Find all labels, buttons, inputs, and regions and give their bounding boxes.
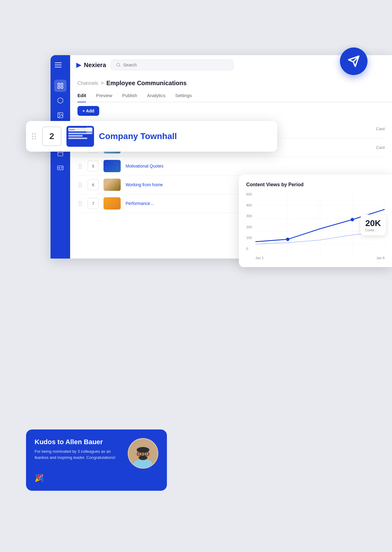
svg-point-28 <box>286 238 289 241</box>
search-bar[interactable] <box>111 60 233 70</box>
featured-drag-handle[interactable] <box>32 133 36 139</box>
kudos-avatar <box>128 438 158 469</box>
tab-edit[interactable]: Edit <box>77 89 86 102</box>
table-row: 5 Motivational Quotes <box>77 157 385 176</box>
x-label: Jan 8 <box>376 256 385 260</box>
svg-rect-4 <box>58 83 60 85</box>
featured-card: 2 Nexiera ✓ item1 ✓ item2 ✓ item3 Compan… <box>26 121 277 152</box>
tabs: Edit Preview Publish Analytics Settings <box>70 89 392 102</box>
row-thumbnail <box>104 160 121 172</box>
svg-point-42 <box>146 453 147 455</box>
sidebar-top <box>51 55 70 75</box>
x-label: Jan 1 <box>255 256 264 260</box>
tab-publish[interactable]: Publish <box>122 89 137 102</box>
analytics-chart-title: Content Views by Period <box>246 182 385 187</box>
logo-area: ▶ Nexiera <box>76 61 106 69</box>
send-fab-button[interactable] <box>340 47 368 75</box>
row-number: 6 <box>88 179 99 190</box>
svg-rect-5 <box>61 83 63 85</box>
svg-rect-14 <box>58 166 63 170</box>
drag-handle[interactable] <box>77 200 83 207</box>
search-input[interactable] <box>123 62 228 67</box>
y-label: 100 <box>246 236 252 240</box>
stat-badge: 20K Conte... <box>360 215 386 236</box>
sidebar-item-box[interactable] <box>54 94 66 107</box>
stat-label: Conte... <box>365 228 381 232</box>
tab-settings[interactable]: Settings <box>175 89 192 102</box>
breadcrumb-separator: > <box>101 80 104 86</box>
add-button[interactable]: + Add <box>77 106 99 116</box>
row-title[interactable]: Motivational Quotes <box>126 164 385 168</box>
hamburger-menu[interactable] <box>55 59 66 70</box>
analytics-card: Content Views by Period 500 400 300 200 … <box>239 175 392 267</box>
chart-x-labels: Jan 1 Jan 8 <box>255 256 385 260</box>
row-number: 7 <box>88 198 99 209</box>
kudos-content: Kudos to Allen Bauer For being nominated… <box>35 438 158 469</box>
svg-point-9 <box>59 114 60 115</box>
svg-rect-7 <box>61 86 63 88</box>
logo-icon: ▶ <box>76 61 81 69</box>
y-label: 300 <box>246 214 252 218</box>
person-illustration <box>129 439 157 468</box>
y-label: 200 <box>246 225 252 229</box>
sidebar-item-grid[interactable] <box>54 80 66 92</box>
chart-y-labels: 500 400 300 200 100 0 <box>246 192 252 251</box>
breadcrumb-current: Employee Communications <box>106 80 187 87</box>
featured-item-title: Company Townhall <box>99 131 177 141</box>
row-type: Card <box>376 145 385 150</box>
svg-rect-10 <box>58 151 63 156</box>
row-thumbnail <box>104 179 121 191</box>
drag-handle[interactable] <box>77 163 83 170</box>
kudos-text: Kudos to Allen Bauer For being nominated… <box>35 438 122 460</box>
breadcrumb: Channels > Employee Communications <box>70 75 392 87</box>
stat-number: 20K <box>365 218 381 228</box>
featured-item-number: 2 <box>42 127 62 146</box>
svg-rect-6 <box>58 86 60 88</box>
drag-handle[interactable] <box>77 181 83 188</box>
sidebar-item-image[interactable] <box>54 109 66 121</box>
row-thumbnail <box>104 197 121 210</box>
search-icon <box>116 62 121 67</box>
y-label: 400 <box>246 203 252 207</box>
logo-text: Nexiera <box>84 62 106 69</box>
kudos-description: For being nominated by 3 colleagues as a… <box>35 448 122 460</box>
svg-point-41 <box>139 453 140 455</box>
svg-point-34 <box>137 447 149 453</box>
y-label: 0 <box>246 247 252 251</box>
tab-analytics[interactable]: Analytics <box>147 89 165 102</box>
sidebar <box>51 75 70 259</box>
svg-point-29 <box>351 218 354 221</box>
svg-line-3 <box>119 66 120 67</box>
breadcrumb-channel: Channels <box>77 81 98 86</box>
kudos-celebration-icon: 🎉 <box>35 474 158 482</box>
sidebar-item-id[interactable] <box>54 162 66 174</box>
kudos-card: Kudos to Allen Bauer For being nominated… <box>26 429 167 491</box>
y-label: 500 <box>246 192 252 196</box>
featured-thumbnail: Nexiera ✓ item1 ✓ item2 ✓ item3 <box>66 126 94 147</box>
page-wrapper: ▶ Nexiera <box>0 0 392 552</box>
row-type: Card <box>376 127 385 131</box>
row-number: 5 <box>88 161 99 172</box>
svg-point-15 <box>59 167 60 168</box>
kudos-title: Kudos to Allen Bauer <box>35 438 122 446</box>
svg-point-2 <box>117 63 120 66</box>
tab-preview[interactable]: Preview <box>96 89 112 102</box>
